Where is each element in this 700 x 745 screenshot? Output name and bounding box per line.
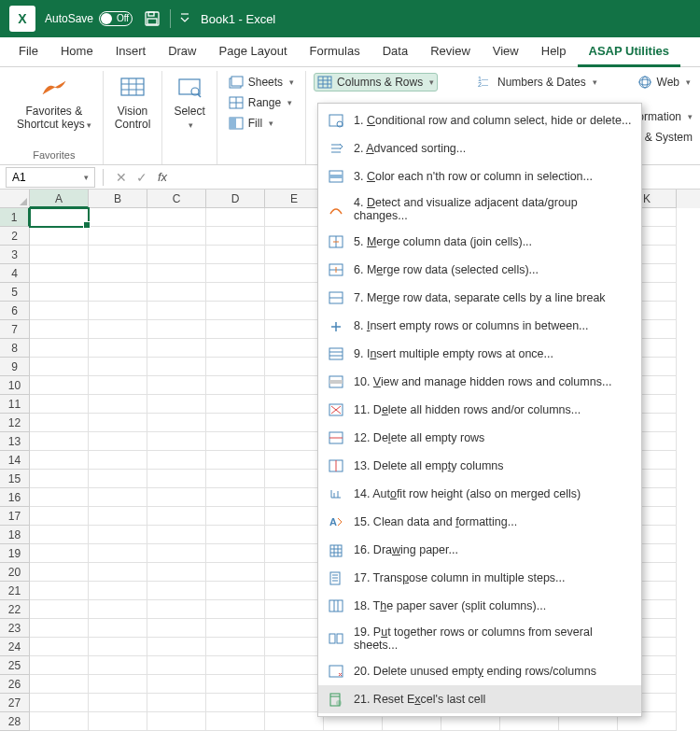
cell[interactable] bbox=[30, 694, 89, 712]
cell[interactable] bbox=[206, 227, 265, 246]
cell[interactable] bbox=[89, 302, 147, 320]
cell[interactable] bbox=[147, 638, 206, 656]
row-header[interactable]: 28 bbox=[0, 712, 30, 731]
cell[interactable] bbox=[30, 395, 89, 414]
cell[interactable] bbox=[265, 600, 324, 619]
cell[interactable] bbox=[30, 600, 89, 619]
menu-item-21[interactable]: 21. Reset Excel's last cell bbox=[318, 685, 641, 713]
cell[interactable] bbox=[147, 451, 206, 470]
web-button[interactable]: Web▾ bbox=[634, 73, 694, 91]
cell[interactable] bbox=[265, 302, 324, 320]
cell[interactable] bbox=[206, 395, 265, 414]
cell[interactable] bbox=[206, 470, 265, 488]
row-header[interactable]: 3 bbox=[0, 246, 30, 264]
row-header[interactable]: 23 bbox=[0, 619, 30, 638]
cell[interactable] bbox=[30, 264, 89, 283]
cell[interactable] bbox=[30, 656, 89, 675]
cell[interactable] bbox=[147, 208, 206, 227]
cell[interactable] bbox=[265, 675, 324, 694]
cell[interactable] bbox=[265, 264, 324, 283]
cell[interactable] bbox=[206, 712, 265, 731]
cell[interactable] bbox=[30, 208, 89, 227]
row-header[interactable]: 16 bbox=[0, 488, 30, 507]
cell[interactable] bbox=[30, 638, 89, 656]
cell[interactable] bbox=[30, 507, 89, 526]
menu-item-3[interactable]: 3. Color each n'th row or column in sele… bbox=[318, 162, 641, 190]
cell[interactable] bbox=[265, 488, 324, 507]
tab-home[interactable]: Home bbox=[49, 37, 105, 67]
cell[interactable] bbox=[147, 358, 206, 376]
tab-page-layout[interactable]: Page Layout bbox=[208, 37, 299, 67]
cell[interactable] bbox=[89, 526, 147, 544]
tab-formulas[interactable]: Formulas bbox=[299, 37, 371, 67]
cell[interactable] bbox=[265, 638, 324, 656]
row-header[interactable]: 13 bbox=[0, 432, 30, 451]
column-header[interactable]: C bbox=[147, 190, 206, 208]
cell[interactable] bbox=[30, 358, 89, 376]
cell[interactable] bbox=[30, 246, 89, 264]
cell[interactable] bbox=[265, 451, 324, 470]
cell[interactable] bbox=[30, 414, 89, 432]
cell[interactable] bbox=[265, 358, 324, 376]
cell[interactable] bbox=[147, 619, 206, 638]
cell[interactable] bbox=[206, 694, 265, 712]
cell[interactable] bbox=[265, 656, 324, 675]
row-header[interactable]: 4 bbox=[0, 264, 30, 283]
cell[interactable] bbox=[206, 376, 265, 395]
cell[interactable] bbox=[30, 563, 89, 582]
cell[interactable] bbox=[147, 320, 206, 339]
cell[interactable] bbox=[89, 470, 147, 488]
cell[interactable] bbox=[147, 656, 206, 675]
column-header[interactable]: E bbox=[265, 190, 324, 208]
cell[interactable] bbox=[206, 600, 265, 619]
menu-item-13[interactable]: 13. Delete all empty columns bbox=[318, 452, 641, 480]
cell[interactable] bbox=[147, 544, 206, 563]
menu-item-12[interactable]: 12. Delete all empty rows bbox=[318, 424, 641, 452]
cell[interactable] bbox=[30, 227, 89, 246]
cell[interactable] bbox=[30, 544, 89, 563]
cell[interactable] bbox=[265, 320, 324, 339]
cell[interactable] bbox=[206, 675, 265, 694]
row-header[interactable]: 5 bbox=[0, 283, 30, 302]
cell[interactable] bbox=[89, 656, 147, 675]
menu-item-5[interactable]: 5. Merge column data (join cells)... bbox=[318, 228, 641, 256]
row-header[interactable]: 11 bbox=[0, 395, 30, 414]
cell[interactable] bbox=[147, 432, 206, 451]
cell[interactable] bbox=[265, 619, 324, 638]
cell[interactable] bbox=[147, 507, 206, 526]
row-header[interactable]: 7 bbox=[0, 320, 30, 339]
cell[interactable] bbox=[89, 675, 147, 694]
cell[interactable] bbox=[265, 283, 324, 302]
cell[interactable] bbox=[206, 656, 265, 675]
name-box[interactable]: A1 ▾ bbox=[6, 167, 95, 188]
column-header[interactable]: B bbox=[89, 190, 147, 208]
row-header[interactable]: 22 bbox=[0, 600, 30, 619]
menu-item-14[interactable]: 14. Autofit row height (also on merged c… bbox=[318, 480, 641, 508]
cell[interactable] bbox=[206, 507, 265, 526]
cell[interactable] bbox=[89, 712, 147, 731]
cell[interactable] bbox=[206, 451, 265, 470]
cell[interactable] bbox=[206, 563, 265, 582]
cell[interactable] bbox=[89, 376, 147, 395]
cell[interactable] bbox=[265, 563, 324, 582]
column-header[interactable]: D bbox=[206, 190, 265, 208]
row-header[interactable]: 9 bbox=[0, 358, 30, 376]
fill-button[interactable]: Fill▾ bbox=[225, 114, 298, 133]
row-header[interactable]: 19 bbox=[0, 544, 30, 563]
cell[interactable] bbox=[147, 264, 206, 283]
row-header[interactable]: 25 bbox=[0, 656, 30, 675]
tab-view[interactable]: View bbox=[482, 37, 530, 67]
cell[interactable] bbox=[147, 675, 206, 694]
fx-icon[interactable]: fx bbox=[152, 170, 173, 184]
chevron-down-icon[interactable]: ▾ bbox=[84, 173, 89, 182]
cell[interactable] bbox=[147, 227, 206, 246]
cell[interactable] bbox=[30, 302, 89, 320]
cell[interactable] bbox=[147, 488, 206, 507]
cell[interactable] bbox=[30, 283, 89, 302]
cell[interactable] bbox=[30, 712, 89, 731]
row-header[interactable]: 2 bbox=[0, 227, 30, 246]
menu-item-16[interactable]: 16. Drawing paper... bbox=[318, 536, 641, 564]
vision-control-button[interactable]: VisionControl bbox=[111, 71, 155, 131]
menu-item-4[interactable]: 4. Detect and visualize adjacent data/gr… bbox=[318, 190, 641, 228]
menu-item-6[interactable]: 6. Merge row data (selected cells)... bbox=[318, 256, 641, 284]
